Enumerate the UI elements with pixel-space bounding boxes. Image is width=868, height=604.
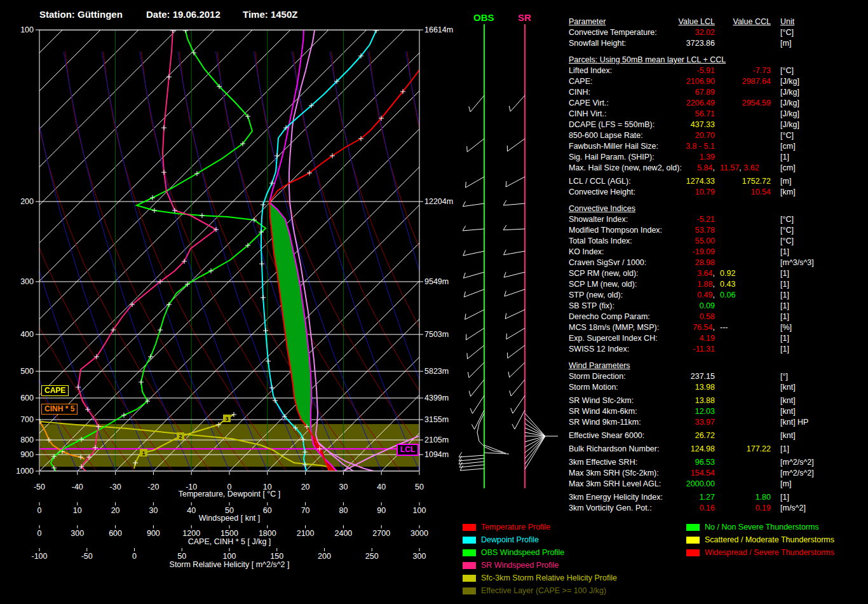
table-row: Showalter Index:-5.21[°C] [564,215,868,226]
unit-label: [m] [780,177,791,186]
table-row: Exp. Supercell Index CH:4.19[1] [564,334,868,345]
table-value: , [713,280,715,289]
legend-label: Widespread / Severe Thunderstorms [705,548,834,557]
axis-tick-label: 100 [413,506,426,515]
col-value-lcl: Value LCL [679,17,715,26]
table-value: 0.19 [756,504,771,512]
obs-column-header: OBS [473,12,494,23]
table-value: -5.21 [697,215,715,224]
legend-swatch-icon [686,524,700,531]
unit-label: [°C] [780,226,794,235]
unit-label: [m^3/s^3] [780,258,814,267]
profile-legend-item: Temperature Profile [463,521,617,533]
table-value: -5.91 [697,66,715,75]
legend-label: No / Non Severe Thunderstorms [705,523,819,532]
axis-tick-label: 100 [223,552,236,561]
table-header-row: Parameter Value LCL Value CCL Unit [564,17,868,28]
cinh-axis-box: CINH * 5 [41,404,78,415]
table-row: CAPE Virt.:2206.492954.59[J/kg] [564,99,868,109]
table-value: 0.58 [700,312,715,321]
height-label: 5823m [424,367,449,376]
parameter-label: CINH: [569,88,590,97]
table-value: 5.84 [697,163,712,172]
table-row: 850-600 Lapse Rate:20.70[°C] [564,131,868,142]
unit-label: [knt] [780,407,796,416]
axis-tick-label: -20 [147,483,159,491]
axis-tick-label: 90 [377,506,386,515]
table-value: 13.88 [695,396,715,405]
profile-legend-item: Sfc-3km Storm Relative Helicity Profile [463,572,617,584]
lcl-box: LCL [397,444,419,456]
table-value: 0.09 [700,301,715,310]
table-row: Max. Hail Size (new, new2, old):5.84,11.… [564,163,868,174]
table-row: KO Index:-19.09[1] [564,247,868,258]
table-value: 2000.00 [686,479,715,488]
unit-label: [1] [780,301,789,310]
parameter-label: CINH Virt.: [569,109,607,118]
axis-tick-label: 30 [149,506,158,515]
table-row: CINH Virt.:56.71[J/kg] [564,109,868,120]
axis-tick-label: 40 [377,483,386,491]
axis-tick-label: 0 [37,506,42,515]
table-value: 53.78 [695,226,715,235]
table-row: 3km Effective SRH:96.53[m^2/s^2] [564,458,868,469]
table-value: 12.03 [695,407,715,416]
unit-label: [km] [780,188,796,196]
legend-swatch-icon [686,537,700,544]
axis-tick-label: 200 [318,552,331,561]
table-value: 0.49 [697,291,712,299]
table-section-title: Parcels: Using 50mB mean layer LCL + CCL [569,55,726,64]
height-label: 4399m [424,394,449,402]
axis-tick-label: 10 [73,506,82,515]
table-value: 1.27 [700,493,715,502]
axis-windspeed: 0102030405060708090100Windspeed [ knt ] [37,502,426,523]
axis-tick-label: 1800 [259,529,276,538]
table-row: Sig. Hail Param. (SHIP):1.39[1] [564,153,868,163]
table-row: SR Wind 9km-11km:33.97[knt] HP [564,418,868,429]
severity-legend-item: No / Non Severe Thunderstorms [686,521,834,533]
table-value: 3.8 - 5.1 [686,142,715,151]
unit-label: [m^2/s^2] [780,469,814,477]
pressure-label: 900 [20,450,34,459]
unit-label: [1] [780,247,789,256]
axis-tick-label: 80 [339,506,348,515]
app-window: 32110016614m20012204m3009549m4007503m500… [0,0,868,604]
col-unit: Unit [780,17,794,26]
unit-label: [knt] HP [780,418,808,427]
table-row: Storm Motion:13.98[knt] [564,383,868,394]
legend-label: Dewpoint Profile [481,535,539,544]
table-value: 55.00 [695,237,715,245]
table-row: Derecho Comp Param:0.58[1] [564,312,868,323]
table-value: 1752.72 [742,177,771,186]
table-value: 1274.33 [686,177,715,186]
axis-tick-label: 0 [37,529,42,538]
table-value: -19.09 [693,247,715,256]
axis-tick-label: 20 [301,483,310,491]
axis-title: CAPE, CINH * 5 [ J/kg ] [188,537,271,546]
table-value: 0.06 [720,291,735,299]
obs-windspeed-profile [51,28,266,471]
axis-tick-label: -40 [72,483,83,491]
legend-swatch-icon [463,562,476,569]
unit-label: [%] [780,323,792,332]
axis-tick-label: -50 [81,552,93,561]
unit-label: [1] [780,153,789,161]
axis-tick-label: 150 [270,552,283,561]
table-row: Lifted Index:-5.91-7.73[°C] [564,66,868,77]
axis-title: Temperature, Dewpoint [ °C ] [179,490,281,498]
table-value: 3.64 [697,269,712,278]
table-section-title: Wind Parameters [569,361,630,370]
table-value: 10.54 [751,188,771,196]
parameter-label: KO Index: [569,247,604,256]
pressure-label: 100 [20,25,34,34]
unit-label: [1] [780,334,789,343]
unit-label: [cm] [780,163,796,172]
unit-label: [1] [780,291,789,299]
table-value: 2106.90 [686,77,715,86]
pressure-label: 800 [20,436,34,444]
legend-label: Effective Layer (CAPE >= 100 J/kg) [481,586,606,595]
table-value: 20.70 [695,131,715,140]
height-label: 2105m [424,436,449,444]
svg-text:1: 1 [142,450,145,456]
profile-legend-item: Effective Layer (CAPE >= 100 J/kg) [463,584,617,597]
